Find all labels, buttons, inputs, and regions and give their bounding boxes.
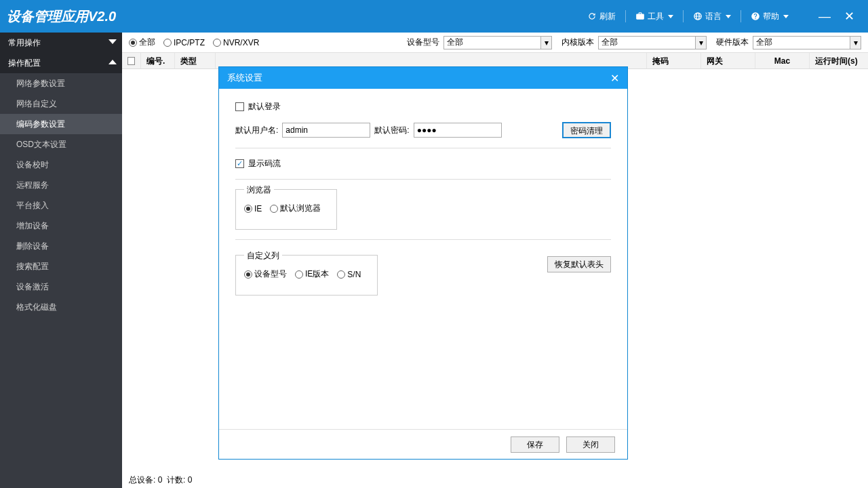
chevron-down-icon: [783, 15, 789, 18]
sidebar-item-11[interactable]: 格式化磁盘: [0, 297, 122, 317]
close-button[interactable]: ✕: [837, 10, 861, 22]
close-button-footer[interactable]: 关闭: [566, 436, 615, 453]
radio-icon: [270, 205, 278, 213]
app-title: 设备管理应用V2.0: [7, 7, 578, 26]
browser-ie-radio[interactable]: IE: [244, 204, 262, 214]
modal-title-text: 系统设置: [227, 72, 610, 84]
hw-label: 硬件版本: [716, 37, 749, 48]
reset-header-button[interactable]: 恢复默认表头: [547, 256, 611, 272]
help-icon: [751, 12, 760, 21]
col-runtime[interactable]: 运行时间(s): [810, 53, 868, 68]
sidebar-item-5[interactable]: 远程服务: [0, 175, 122, 195]
chevron-down-icon: [668, 15, 673, 18]
sidebar-item-6[interactable]: 平台接入: [0, 195, 122, 216]
minimize-button[interactable]: —: [812, 10, 837, 22]
sidebar-item-0[interactable]: 网络参数设置: [0, 73, 122, 94]
chevron-down-icon: ▾: [540, 37, 551, 49]
help-button[interactable]: 帮助: [741, 11, 798, 22]
toolbox-icon: [635, 12, 645, 21]
col-model-radio[interactable]: 设备型号: [244, 268, 287, 280]
default-user-label: 默认用户名:: [235, 125, 278, 136]
sidebar-item-2[interactable]: 编码参数设置: [0, 114, 122, 134]
radio-icon: [129, 39, 137, 47]
col-index[interactable]: 编号.: [141, 53, 175, 68]
sidebar-group-common[interactable]: 常用操作: [0, 33, 122, 53]
custom-cols-fieldset: 自定义列 设备型号 IE版本 S/N: [235, 255, 378, 296]
language-button[interactable]: 语言: [684, 11, 741, 22]
show-stream-checkbox[interactable]: 显示码流: [235, 158, 611, 169]
globe-icon: [693, 12, 703, 21]
sidebar: 常用操作 操作配置 网络参数设置网络自定义编码参数设置OSD文本设置设备校时远程…: [0, 33, 122, 488]
clear-password-button[interactable]: 密码清理: [562, 122, 611, 138]
radio-icon: [244, 205, 252, 213]
chevron-down-icon: [108, 39, 117, 44]
sidebar-group-config[interactable]: 操作配置: [0, 53, 122, 73]
sidebar-item-10[interactable]: 设备激活: [0, 277, 122, 297]
sidebar-item-3[interactable]: OSD文本设置: [0, 134, 122, 155]
col-mac[interactable]: Mac: [755, 53, 810, 68]
system-settings-modal: 系统设置 ✕ 默认登录 默认用户名: 默认密码: 密码清理 显示码流 浏览器 I…: [218, 66, 628, 460]
browser-default-radio[interactable]: 默认浏览器: [270, 203, 321, 214]
sidebar-item-9[interactable]: 搜索配置: [0, 256, 122, 277]
hw-combo[interactable]: 全部▾: [753, 36, 861, 49]
refresh-icon: [587, 12, 597, 21]
filter-radio-ipc[interactable]: IPC/PTZ: [163, 38, 205, 47]
radio-icon: [295, 270, 303, 279]
default-pass-input[interactable]: [414, 123, 502, 138]
radio-icon: [163, 39, 172, 47]
chevron-up-icon: [108, 60, 117, 64]
col-gateway[interactable]: 网关: [701, 53, 755, 68]
radio-icon: [213, 39, 221, 47]
model-label: 设备型号: [407, 37, 439, 48]
sidebar-item-7[interactable]: 增加设备: [0, 216, 122, 236]
refresh-button[interactable]: 刷新: [578, 11, 625, 22]
col-mask[interactable]: 掩码: [647, 53, 701, 68]
modal-titlebar[interactable]: 系统设置 ✕: [219, 67, 627, 89]
filter-radio-nvr[interactable]: NVR/XVR: [213, 38, 259, 47]
sidebar-item-4[interactable]: 设备校时: [0, 155, 122, 175]
radio-icon: [337, 270, 345, 279]
chevron-down-icon: ▾: [695, 37, 706, 49]
filter-radio-all[interactable]: 全部: [129, 37, 155, 48]
filter-bar: 全部 IPC/PTZ NVR/XVR 设备型号 全部▾ 内核版本 全部▾ 硬件版…: [122, 33, 868, 53]
title-bar: 设备管理应用V2.0 刷新 工具 语言 帮助 — ✕: [0, 0, 868, 33]
modal-close-button[interactable]: ✕: [610, 72, 619, 85]
select-all-checkbox[interactable]: [122, 53, 141, 68]
sidebar-item-8[interactable]: 删除设备: [0, 236, 122, 256]
browser-fieldset: 浏览器 IE 默认浏览器: [235, 189, 337, 230]
sidebar-item-1[interactable]: 网络自定义: [0, 94, 122, 114]
tools-button[interactable]: 工具: [626, 11, 683, 22]
default-pass-label: 默认密码:: [374, 125, 409, 136]
model-combo[interactable]: 全部▾: [443, 36, 552, 49]
radio-icon: [244, 270, 252, 279]
checkbox-icon: [235, 159, 244, 168]
chevron-down-icon: ▾: [850, 37, 861, 49]
default-user-input[interactable]: [282, 123, 370, 138]
browser-legend: 浏览器: [244, 184, 274, 196]
auto-login-checkbox[interactable]: 默认登录: [235, 101, 611, 113]
col-type[interactable]: 类型: [175, 53, 216, 68]
kernel-label: 内核版本: [561, 37, 594, 48]
kernel-combo[interactable]: 全部▾: [598, 36, 707, 49]
save-button[interactable]: 保存: [511, 436, 559, 453]
custom-cols-legend: 自定义列: [244, 250, 282, 262]
col-sn-radio[interactable]: S/N: [337, 270, 361, 279]
status-bar: 总设备: 0 计数: 0: [122, 472, 868, 488]
col-ie-radio[interactable]: IE版本: [295, 268, 329, 280]
chevron-down-icon: [726, 15, 731, 18]
checkbox-icon: [235, 102, 244, 111]
